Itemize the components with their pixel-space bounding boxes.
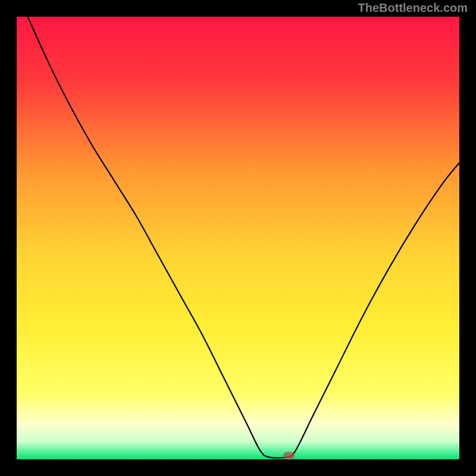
plot-area [17,17,459,459]
optimum-marker [283,452,295,460]
watermark-text: TheBottleneck.com [358,1,468,15]
chart-container: TheBottleneck.com [0,0,476,476]
chart-svg [0,0,476,476]
